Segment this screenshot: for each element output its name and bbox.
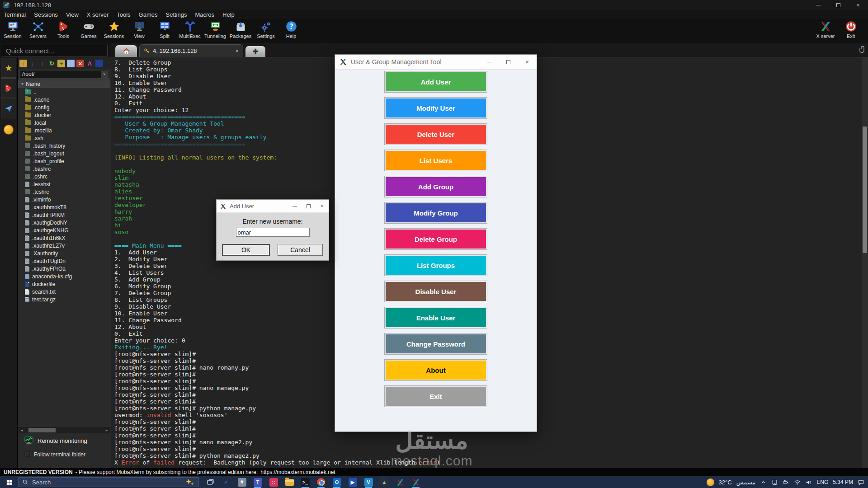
dialog-close-button[interactable]: × [315, 200, 329, 212]
toolbar-exit-button[interactable]: Exit [838, 19, 863, 43]
paperclip-icon[interactable] [859, 45, 867, 53]
toolbar-x-server-button[interactable]: X server [813, 19, 838, 43]
file-row--xauthffplkm[interactable]: .xauthFfPlKM [18, 211, 111, 219]
calculator-taskbar-icon[interactable]: # [236, 476, 248, 488]
volume-icon[interactable] [805, 479, 812, 486]
file-row--bash-profile[interactable]: .bash_profile [18, 157, 111, 165]
modify-user-button[interactable]: Modify User [385, 98, 487, 118]
sftp-tab-button[interactable] [1, 99, 16, 118]
vscode-taskbar-icon[interactable]: V [363, 476, 374, 488]
dialog-maximize-button[interactable] [302, 200, 315, 212]
go-up-icon[interactable]: ↑ [19, 60, 27, 67]
close-button[interactable]: × [848, 0, 868, 10]
menu-macros[interactable]: Macros [195, 11, 214, 18]
sessions-tab-button[interactable]: ★ [1, 58, 16, 78]
minimize-button[interactable] [808, 0, 828, 10]
download-icon[interactable]: ↓ [29, 60, 37, 67]
checkbox-icon[interactable] [25, 452, 30, 457]
delete-user-button[interactable]: Delete User [385, 124, 487, 145]
wifi-icon[interactable] [794, 479, 801, 486]
new-file-icon[interactable] [67, 60, 75, 67]
file-row--cache[interactable]: .cache [18, 96, 111, 103]
toolbar-sessions-button[interactable]: Sessions [101, 19, 127, 43]
mobaxterm-x-2-taskbar-icon[interactable] [410, 476, 422, 488]
file-row--docker[interactable]: .docker [18, 111, 111, 119]
session-tab[interactable]: 4. 192.168.1.128 × [139, 44, 243, 57]
macros-ball-icon[interactable] [4, 125, 14, 135]
weather-sun-icon[interactable] [707, 479, 714, 486]
chrome-taskbar-icon[interactable] [315, 476, 327, 488]
file-row--xauthtugfdn[interactable]: .xauthTUgfDn [18, 257, 111, 265]
hscroll-thumb[interactable] [28, 428, 56, 432]
mobaxterm-x-taskbar-icon[interactable] [394, 476, 406, 488]
file-row--xauthhzlz7v[interactable]: .xauthhzLZ7v [18, 242, 111, 249]
teams-taskbar-icon[interactable]: T [252, 476, 264, 488]
file-row--viminfo[interactable]: .viminfo [18, 196, 111, 203]
file-row--mozilla[interactable]: .mozilla [18, 127, 111, 134]
home-tab[interactable] [115, 45, 137, 57]
refresh-icon[interactable]: ↻ [48, 60, 56, 67]
file-row--config[interactable]: .config [18, 103, 111, 111]
blue-check-app-taskbar-icon[interactable]: ✓ [220, 476, 232, 488]
toolbar-servers-button[interactable]: Servers [25, 19, 51, 43]
about-button[interactable]: About [385, 360, 487, 380]
clock[interactable]: 5:34 PM [833, 479, 853, 485]
file-row--lesshst[interactable]: .lesshst [18, 180, 111, 188]
toolbar-help-button[interactable]: ?Help [278, 19, 304, 43]
upload-icon[interactable]: ↑ [38, 60, 46, 67]
path-field[interactable]: /root/ ˅ [19, 70, 109, 79]
pink-tiles-app-taskbar-icon[interactable]: :: [268, 476, 279, 488]
tool-close-button[interactable]: × [518, 55, 537, 69]
file-row--bash-logout[interactable]: .bash_logout [18, 150, 111, 157]
delete-group-button[interactable]: Delete Group [385, 229, 487, 249]
scroll-right-arrow[interactable]: ▸ [104, 428, 110, 432]
dialog-minimize-button[interactable] [288, 200, 302, 212]
toolbar-packages-button[interactable]: Packages [228, 19, 253, 43]
follow-terminal-folder-checkbox[interactable]: Follow terminal folder [25, 451, 85, 458]
vscroll-thumb[interactable] [863, 127, 867, 253]
menu-x-server[interactable]: X server [87, 11, 108, 18]
toolbar-split-button[interactable]: Split [152, 19, 177, 43]
pen-battery-icon[interactable] [783, 479, 789, 486]
cancel-button[interactable]: Cancel [278, 244, 323, 256]
menu-tools[interactable]: Tools [117, 11, 130, 18]
add-user-button[interactable]: Add User [385, 71, 487, 92]
movies-tv-taskbar-icon[interactable]: ▶ [347, 476, 359, 488]
toolbar-games-button[interactable]: Games [76, 19, 101, 43]
dialog-titlebar[interactable]: Add User × [217, 200, 329, 213]
command-prompt-taskbar-icon[interactable]: >_ [299, 476, 311, 488]
toolbar-session-button[interactable]: Session [0, 19, 25, 43]
exit-button[interactable]: Exit [385, 386, 487, 407]
path-dropdown-button[interactable]: ˅ [101, 71, 108, 78]
menu-view[interactable]: View [66, 11, 79, 18]
maximize-button[interactable] [828, 0, 848, 10]
file-row--cshrc[interactable]: .cshrc [18, 173, 111, 180]
file-row--xauthyfproa[interactable]: .xauthyFPrOa [18, 265, 111, 272]
menu-help[interactable]: Help [222, 11, 235, 18]
new-tab-button[interactable]: ✚ [245, 46, 265, 57]
name-column-header[interactable]: ▾ Name [18, 80, 110, 88]
status-link[interactable]: https://mobaxterm.mobatek.net [260, 469, 335, 475]
outlook-taskbar-icon[interactable]: O [331, 476, 343, 488]
toolbar-multiexec-button[interactable]: MultiExec [177, 19, 203, 43]
taskbar-search[interactable]: Search [18, 477, 199, 487]
temperature[interactable]: 32°C [719, 479, 732, 486]
file-row--ssh[interactable]: .ssh [18, 134, 111, 142]
scroll-left-arrow[interactable]: ◂ [19, 428, 25, 432]
ok-button[interactable]: OK [222, 244, 270, 256]
tab-close-icon[interactable]: × [235, 47, 239, 54]
toolbar-settings-button[interactable]: Settings [253, 19, 278, 43]
language-indicator[interactable]: ENG [816, 479, 828, 485]
book-icon[interactable] [95, 60, 103, 67]
task-view-taskbar-icon[interactable] [204, 476, 216, 488]
tray-expand-icon[interactable] [760, 479, 767, 486]
delete-icon[interactable]: × [76, 60, 84, 67]
toolbar-tunneling-button[interactable]: Tunneling [203, 19, 228, 43]
weather-text[interactable]: مشمس [736, 479, 756, 486]
tool-window-titlebar[interactable]: User & Group Management Tool × [335, 55, 537, 70]
file-row--bash-history[interactable]: .bash_history [18, 142, 111, 150]
username-input[interactable] [236, 228, 310, 237]
file-row--xauthgdodny[interactable]: .xauthgDodNY [18, 219, 111, 226]
menu-terminal[interactable]: Terminal [4, 11, 26, 18]
terminal-vscrollbar[interactable] [862, 57, 868, 468]
